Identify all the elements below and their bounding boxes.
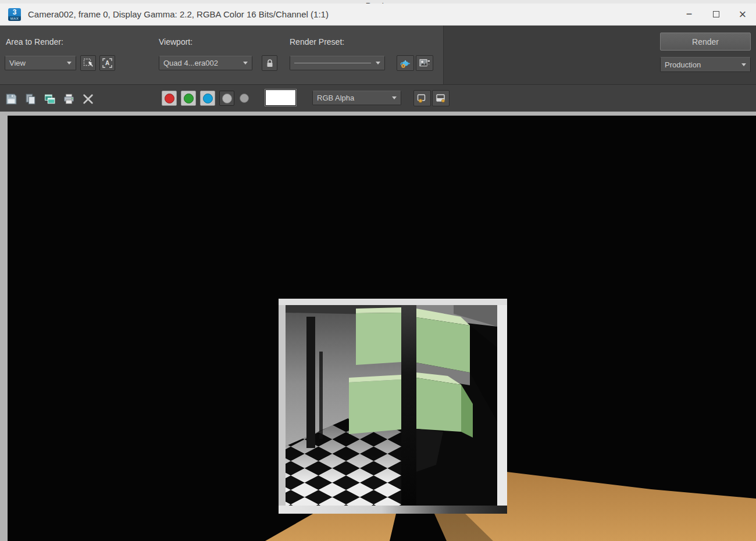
blue-channel-button[interactable] bbox=[200, 91, 215, 106]
edit-region-icon bbox=[83, 58, 94, 69]
channel-display-dropdown[interactable]: RGB Alpha bbox=[312, 91, 401, 105]
print-image-icon bbox=[63, 93, 75, 105]
color-swatch[interactable] bbox=[265, 89, 296, 106]
minimize-icon: − bbox=[686, 8, 693, 20]
edit-region-button[interactable] bbox=[80, 55, 96, 71]
clone-window-button[interactable] bbox=[42, 91, 57, 106]
logo-text-top: 3 bbox=[8, 8, 21, 16]
chevron-down-icon bbox=[741, 63, 746, 66]
viewport-value: Quad 4...era002 bbox=[163, 59, 218, 67]
close-icon: × bbox=[739, 7, 747, 22]
window-title: Camera002, frame 0, Display Gamma: 2.2, … bbox=[28, 9, 329, 19]
chevron-down-icon bbox=[376, 62, 380, 65]
auto-region-icon: A bbox=[102, 58, 113, 69]
logo-text-bottom: MAX bbox=[8, 16, 21, 21]
red-channel-button[interactable] bbox=[162, 91, 177, 106]
render-button[interactable]: Render bbox=[660, 33, 751, 51]
render-preset-dropdown[interactable] bbox=[290, 56, 385, 70]
room-interior bbox=[286, 305, 497, 506]
separator-line-icon bbox=[294, 63, 371, 63]
close-button[interactable]: × bbox=[729, 3, 756, 25]
environment-exposure-button[interactable] bbox=[416, 55, 433, 71]
clear-icon bbox=[82, 93, 94, 105]
rendered-scene bbox=[8, 116, 756, 541]
display-toolbar: RGB Alpha bbox=[0, 84, 756, 112]
lock-icon bbox=[265, 58, 275, 69]
render-setup-button[interactable] bbox=[397, 55, 414, 71]
rendered-frame-window: Render 3 MAX Camera002, frame 0, Display… bbox=[0, 0, 756, 541]
render-mode-dropdown[interactable]: Production bbox=[660, 57, 751, 72]
viewport-label: Viewport: bbox=[159, 37, 192, 46]
green-channel-icon bbox=[184, 94, 194, 103]
auto-region-button[interactable]: A bbox=[99, 55, 115, 71]
dark-pillar bbox=[306, 317, 315, 448]
save-image-button[interactable] bbox=[3, 91, 19, 106]
monochrome-button[interactable] bbox=[219, 91, 234, 106]
area-to-render-dropdown[interactable]: View bbox=[5, 56, 76, 70]
window-controls: − × bbox=[676, 3, 756, 25]
3ds-max-logo: 3 MAX bbox=[8, 8, 21, 21]
toggle-ui-icon bbox=[435, 93, 447, 104]
svg-text:A: A bbox=[105, 60, 109, 66]
viewport-dropdown[interactable]: Quad 4...era002 bbox=[159, 56, 252, 70]
toggle-ui-overlays-icon bbox=[416, 93, 428, 104]
copy-image-icon bbox=[24, 93, 37, 105]
window-mullion bbox=[401, 305, 416, 506]
render-setup-teapot-icon bbox=[400, 58, 411, 69]
clear-button[interactable] bbox=[80, 91, 95, 106]
copy-image-button[interactable] bbox=[23, 91, 38, 106]
blue-channel-icon bbox=[203, 94, 213, 103]
toggle-ui-button[interactable] bbox=[432, 90, 450, 106]
alpha-channel-button[interactable] bbox=[240, 94, 249, 103]
exposure-control-icon bbox=[419, 58, 430, 69]
chevron-down-icon bbox=[392, 96, 397, 99]
area-to-render-value: View bbox=[9, 59, 26, 67]
maximize-button[interactable] bbox=[702, 3, 729, 25]
chevron-down-icon bbox=[67, 62, 72, 65]
render-toolbar: Area to Render: View A Viewport: Quad 4.… bbox=[0, 26, 756, 84]
canvas-frame bbox=[0, 112, 756, 541]
monochrome-icon bbox=[222, 94, 232, 103]
channel-display-value: RGB Alpha bbox=[317, 94, 354, 102]
toggle-ui-overlays-button[interactable] bbox=[413, 90, 431, 106]
render-preset-label: Render Preset: bbox=[290, 37, 344, 46]
maximize-icon bbox=[713, 11, 719, 17]
minimize-button[interactable]: − bbox=[676, 3, 702, 25]
print-image-button[interactable] bbox=[61, 91, 76, 106]
clone-window-icon bbox=[44, 93, 56, 105]
render-view[interactable] bbox=[8, 116, 756, 541]
render-button-label: Render bbox=[692, 37, 719, 46]
area-to-render-label: Area to Render: bbox=[6, 37, 63, 46]
chevron-down-icon bbox=[243, 62, 248, 65]
red-channel-icon bbox=[165, 94, 174, 103]
save-image-icon bbox=[5, 93, 17, 105]
green-channel-button[interactable] bbox=[181, 91, 196, 106]
render-mode-value: Production bbox=[665, 60, 701, 69]
titlebar[interactable]: 3 MAX Camera002, frame 0, Display Gamma:… bbox=[0, 3, 756, 26]
lock-viewport-button[interactable] bbox=[262, 55, 277, 71]
